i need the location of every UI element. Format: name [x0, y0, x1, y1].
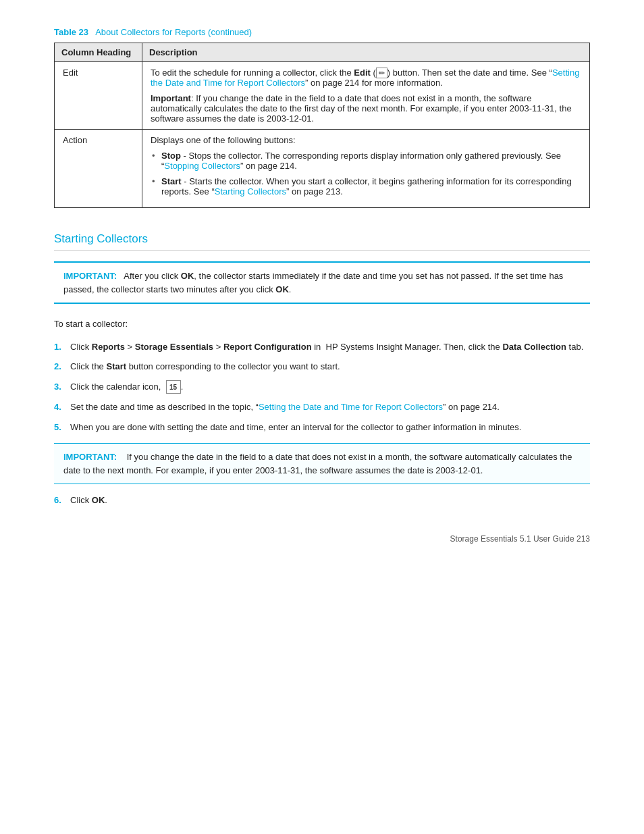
step-2-content: Click the Start button corresponding to … — [70, 360, 590, 373]
stop-bold: Stop — [161, 151, 181, 161]
table-number: Table 23 — [54, 27, 88, 37]
col-description-header: Description — [142, 43, 590, 62]
table-row: Action Displays one of the following but… — [55, 130, 590, 208]
calendar-icon: 15 — [166, 380, 181, 394]
col-heading-header: Column Heading — [55, 43, 142, 62]
important-box: IMPORTANT: After you click OK, the colle… — [54, 261, 590, 304]
ok-bold-1: OK — [181, 271, 194, 281]
starting-link[interactable]: Starting Collectors — [215, 186, 286, 197]
step-4: 4. Set the date and time as described in… — [54, 400, 590, 414]
step-6: 6. Click OK. — [54, 494, 590, 507]
step-5-num: 5. — [54, 421, 70, 434]
section-heading: Starting Collectors — [54, 232, 590, 251]
storage-bold: Storage Essentials — [135, 342, 213, 352]
steps-list: 1. Click Reports > Storage Essentials > … — [54, 340, 590, 434]
step-6-content: Click OK. — [70, 494, 590, 507]
step-1: 1. Click Reports > Storage Essentials > … — [54, 340, 590, 354]
step-5-content: When you are done with setting the date … — [70, 421, 590, 434]
footer-text: Storage Essentials 5.1 User Guide 213 — [450, 534, 590, 544]
ok-bold-3: OK — [92, 495, 105, 505]
step-4-content: Set the date and time as described in th… — [70, 400, 590, 414]
action-row-content: Displays one of the following buttons: S… — [142, 130, 590, 208]
collectors-table: Column Heading Description Edit To edit … — [54, 43, 590, 208]
edit-p1: To edit the schedule for running a colle… — [151, 68, 581, 88]
table-row: Edit To edit the schedule for running a … — [55, 62, 590, 130]
reports-bold: Reports — [92, 342, 125, 352]
step-3: 3. Click the calendar icon, 15. — [54, 380, 590, 394]
edit-icon: ✏ — [376, 68, 387, 78]
edit-p2: Important: If you change the date in the… — [151, 93, 581, 124]
step4-link[interactable]: Setting the Date and Time for Report Col… — [259, 402, 443, 412]
bullet-start: Start - Starts the collector. When you s… — [151, 176, 581, 197]
stopping-link[interactable]: Stopping Collectors — [164, 161, 240, 171]
table-label-row: Table 23 About Collectors for Reports (c… — [54, 27, 590, 37]
step-2-num: 2. — [54, 360, 70, 373]
important-label: IMPORTANT: — [63, 271, 117, 281]
action-intro: Displays one of the following buttons: — [151, 135, 581, 145]
data-collection-bold: Data Collection — [502, 342, 566, 352]
step6-list: 6. Click OK. — [54, 494, 590, 507]
step-1-content: Click Reports > Storage Essentials > Rep… — [70, 340, 590, 354]
step-4-num: 4. — [54, 400, 70, 414]
page-footer: Storage Essentials 5.1 User Guide 213 — [54, 534, 590, 544]
edit-important-label: Important — [151, 93, 191, 103]
bullet-stop: Stop - Stops the collector. The correspo… — [151, 151, 581, 171]
start-bold: Start — [161, 176, 182, 186]
note-important-label: IMPORTANT: — [63, 452, 117, 462]
start-button-bold: Start — [106, 361, 126, 371]
step-3-content: Click the calendar icon, 15. — [70, 380, 590, 394]
ok-bold-2: OK — [275, 284, 289, 294]
step-5: 5. When you are done with setting the da… — [54, 421, 590, 434]
note-box: IMPORTANT: If you change the date in the… — [54, 443, 590, 484]
step-6-num: 6. — [54, 494, 70, 507]
edit-row-heading: Edit — [55, 62, 142, 130]
action-row-heading: Action — [55, 130, 142, 208]
action-bullets: Stop - Stops the collector. The correspo… — [151, 151, 581, 197]
report-config-bold: Report Configuration — [223, 342, 312, 352]
table-title: About Collectors for Reports (continued) — [91, 27, 252, 37]
step-2: 2. Click the Start button corresponding … — [54, 360, 590, 373]
step-1-num: 1. — [54, 340, 70, 354]
intro-text: To start a collector: — [54, 317, 590, 331]
edit-bold: Edit — [354, 68, 371, 78]
step-3-num: 3. — [54, 380, 70, 394]
edit-row-content: To edit the schedule for running a colle… — [142, 62, 590, 130]
